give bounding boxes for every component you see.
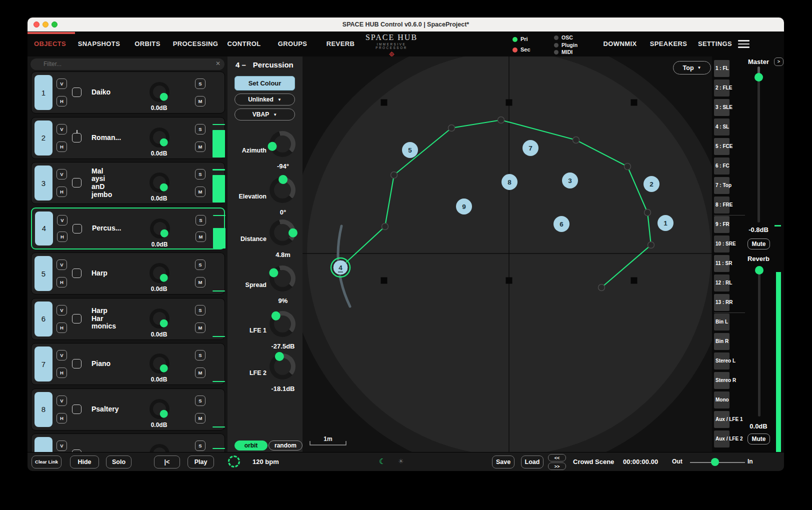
orbit-path-node[interactable] — [382, 224, 388, 230]
hide-button[interactable]: Hide — [70, 456, 99, 468]
solo-button[interactable]: S — [196, 215, 206, 226]
load-button[interactable]: Load — [521, 456, 544, 468]
object-row-5[interactable]: 5VHHarp0.0dBSM — [31, 252, 225, 294]
show-horizontal-button[interactable]: H — [56, 186, 67, 197]
solo-button[interactable]: S — [195, 350, 206, 360]
mute-button[interactable]: M — [195, 277, 206, 288]
object-select-checkbox[interactable] — [72, 133, 82, 142]
master-fader-knob[interactable] — [754, 73, 763, 82]
show-vertical-button[interactable]: V — [56, 350, 67, 360]
show-vertical-button[interactable]: V — [56, 169, 67, 180]
orbit-path-node[interactable] — [498, 117, 504, 124]
clear-link-button[interactable]: Clear Link — [32, 456, 62, 468]
speaker-cell-15[interactable]: Bin R — [714, 333, 730, 350]
play-button[interactable]: Play — [188, 456, 214, 468]
rewind-button[interactable]: |< — [154, 456, 180, 468]
speaker-cell-17[interactable]: Stereo R — [714, 372, 730, 389]
speaker-cell-19[interactable]: Aux / LFE 1 — [714, 411, 730, 428]
object-gain-knob[interactable] — [150, 128, 170, 148]
in-out-slider-knob[interactable] — [711, 458, 719, 466]
solo-button[interactable]: S — [195, 260, 206, 270]
object-gain-knob[interactable] — [150, 354, 170, 374]
show-vertical-button[interactable]: V — [56, 305, 67, 316]
filter-input[interactable]: Filter... ✕ — [30, 58, 224, 70]
menu-icon[interactable] — [738, 40, 750, 50]
tab-groups[interactable]: GROUPS — [278, 32, 308, 56]
plugin-radio[interactable] — [554, 43, 558, 48]
reverb-fader-knob[interactable] — [755, 266, 764, 274]
tab-settings[interactable]: SETTINGS — [698, 32, 732, 56]
set-colour-button[interactable]: Set Colour — [234, 76, 295, 90]
speaker-cell-2[interactable]: 2 : FLE — [714, 80, 730, 96]
orbit-path-node[interactable] — [648, 242, 654, 248]
speaker-cell-14[interactable]: Bin L — [714, 314, 730, 330]
next-scene-button[interactable]: >> — [548, 462, 566, 470]
object-gain-knob[interactable] — [150, 82, 170, 102]
solo-button[interactable]: Solo — [106, 456, 132, 468]
object-select-checkbox[interactable] — [72, 404, 82, 414]
speaker-cell-20[interactable]: Aux / LFE 2 — [714, 430, 730, 448]
object-gain-knob[interactable] — [150, 172, 170, 192]
object-gain-knob[interactable] — [150, 263, 170, 283]
show-vertical-button[interactable]: V — [57, 215, 68, 226]
distance-knob[interactable] — [270, 220, 296, 246]
object-gain-knob[interactable] — [150, 399, 170, 419]
orbit-path-node[interactable] — [644, 210, 651, 216]
osc-radio[interactable] — [554, 36, 558, 40]
link-mode-dropdown[interactable]: Unlinked▼ — [234, 94, 295, 106]
dark-mode-icon[interactable]: ☾ — [379, 457, 386, 466]
show-horizontal-button[interactable]: H — [56, 413, 67, 424]
prev-scene-button[interactable]: << — [548, 454, 566, 462]
tab-control[interactable]: CONTROL — [227, 32, 260, 56]
speaker-cell-6[interactable]: 6 : FC — [714, 158, 730, 174]
spread-knob[interactable] — [270, 266, 296, 292]
show-horizontal-button[interactable]: H — [57, 232, 68, 242]
lfe1-knob[interactable] — [270, 311, 296, 337]
solo-button[interactable]: S — [195, 396, 206, 406]
show-horizontal-button[interactable]: H — [56, 277, 67, 288]
orbit-mode-button[interactable]: orbit — [234, 440, 268, 450]
object-select-checkbox[interactable] — [72, 314, 82, 324]
elevation-knob[interactable] — [270, 177, 296, 203]
speaker-cell-3[interactable]: 3 : SLE — [714, 99, 730, 116]
show-vertical-button[interactable]: V — [56, 440, 67, 451]
light-mode-icon[interactable]: ☀ — [398, 458, 404, 465]
tab-reverb[interactable]: REVERB — [326, 32, 355, 56]
object-row-8[interactable]: 8VHPsaltery0.0dBSM — [31, 388, 225, 430]
object-select-checkbox[interactable] — [72, 224, 82, 234]
solo-button[interactable]: S — [195, 78, 206, 89]
speaker-cell-18[interactable]: Mono — [714, 392, 730, 408]
pan-mode-dropdown[interactable]: VBAP▼ — [234, 108, 295, 120]
tab-downmix[interactable]: DOWNMIX — [603, 32, 636, 56]
mute-button[interactable]: M — [195, 413, 206, 424]
orbit-path-node[interactable] — [624, 164, 631, 170]
master-fader-track[interactable] — [758, 70, 760, 222]
object-gain-knob[interactable] — [150, 444, 170, 452]
speaker-cell-5[interactable]: 5 : FCE — [714, 138, 730, 155]
tab-speakers[interactable]: SPEAKERS — [650, 32, 688, 56]
show-vertical-button[interactable]: V — [56, 260, 67, 270]
tab-orbits[interactable]: ORBITS — [134, 32, 160, 56]
object-row-2[interactable]: 2VHRoman...0.0dBSM — [31, 117, 225, 159]
speaker-cell-10[interactable]: 10 : SRE — [714, 236, 730, 252]
speaker-cell-9[interactable]: 9 : FR — [714, 216, 730, 233]
clear-filter-icon[interactable]: ✕ — [216, 60, 220, 67]
object-row-7[interactable]: 7VHPiano0.0dBSM — [31, 343, 225, 385]
mute-button[interactable]: M — [195, 322, 206, 333]
show-horizontal-button[interactable]: H — [56, 322, 67, 333]
orbit-path-node[interactable] — [598, 284, 605, 291]
view-mode-dropdown[interactable]: Top▼ — [673, 61, 711, 74]
speaker-cell-12[interactable]: 12 : RL — [714, 274, 730, 292]
object-gain-knob[interactable] — [150, 218, 170, 238]
speaker-cell-8[interactable]: 8 : FRE — [714, 196, 730, 214]
lfe2-knob[interactable] — [270, 354, 296, 380]
show-horizontal-button[interactable]: H — [56, 368, 67, 378]
mute-button[interactable]: M — [196, 232, 206, 242]
object-row-6[interactable]: 6VHHarp Har monics0.0dBSM — [31, 298, 225, 340]
show-vertical-button[interactable]: V — [56, 124, 67, 134]
show-horizontal-button[interactable]: H — [56, 142, 67, 152]
spatial-view[interactable]: 1m123567894 Top▼ — [302, 56, 712, 452]
orbit-path-node[interactable] — [391, 172, 398, 178]
speaker-cell-4[interactable]: 4 : SL — [714, 118, 730, 136]
solo-button[interactable]: S — [195, 440, 206, 451]
